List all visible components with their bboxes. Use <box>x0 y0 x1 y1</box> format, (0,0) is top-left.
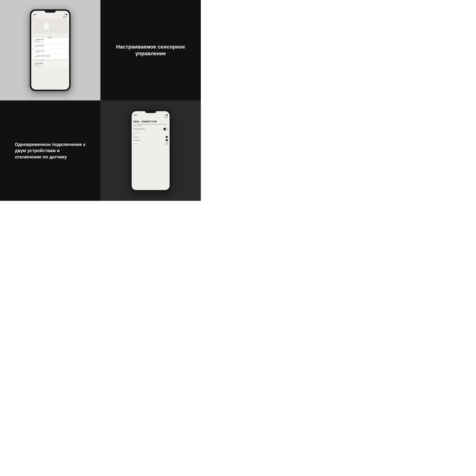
earbud-right-body <box>51 22 56 30</box>
gesture-single-pinch: SINGLE PINCH <box>34 62 67 64</box>
signal-icon-1: ▲◀ <box>64 14 66 15</box>
control-item-pinch-hold[interactable]: PINCH & HOLD Noise control › <box>32 49 68 54</box>
battery-icon-1: ▓ <box>66 14 67 15</box>
control-list: DOUBLE PINCH Skip forwardDecline incomin… <box>31 38 69 90</box>
quadrant-dual-connection: 10:25 ▲◀ ▓ ← EDIT DUAL CONNECTION You ca… <box>101 101 201 201</box>
earbud-right <box>51 22 56 30</box>
action-pinch-hold: Noise control <box>34 52 66 53</box>
phone-notch <box>45 11 56 13</box>
device-name-desktop: Desktop <box>134 143 137 144</box>
my-devices-label: MY DEVICES <box>134 132 168 133</box>
control-item-double-pinch[interactable]: DOUBLE PINCH Skip forwardDecline incomin… <box>32 38 68 44</box>
time-1: 10:25 <box>33 14 36 15</box>
time-2: 10:25 <box>134 114 137 116</box>
back-button-1[interactable]: ← <box>33 16 35 18</box>
devices-count: 2/2 <box>134 134 168 135</box>
earbud-right-tip <box>53 29 55 32</box>
in-ear-detection-row: IN-EAR DETECTION <box>134 128 168 130</box>
earbud-left-body <box>44 22 49 30</box>
device-checkbox-desktop[interactable] <box>166 142 168 144</box>
reset-button[interactable]: RESET <box>63 16 67 17</box>
divider-1 <box>134 131 168 132</box>
edit-button[interactable]: EDIT <box>165 117 168 118</box>
device-checkbox-phone[interactable] <box>166 136 168 138</box>
phone-notch-2 <box>145 111 156 113</box>
gesture-pinch-hold: PINCH & HOLD <box>34 50 66 52</box>
status-bar-1: 10:25 ▲◀ ▓ <box>31 13 69 16</box>
action-double-pinch: Skip forwardDecline incoming call <box>34 40 66 43</box>
dual-connection-description: You can connect up to 2 devices with you… <box>134 124 168 126</box>
action-triple-pinch: Skip back <box>34 46 66 48</box>
phone-1-screen: 10:25 ▲◀ ▓ ← RESET <box>31 11 69 90</box>
phone-nav-1: ← RESET <box>31 16 69 18</box>
control-item-double-pinch-hold[interactable]: DOUBLE PINCH & HOLD No action › <box>32 54 68 59</box>
phone-2-screen: 10:25 ▲◀ ▓ ← EDIT DUAL CONNECTION You ca… <box>132 111 170 190</box>
feature-title-touch: Настраиваемое сенсорное управление <box>113 44 188 57</box>
earbud-left-tip <box>46 29 48 32</box>
phone-2: 10:25 ▲◀ ▓ ← EDIT DUAL CONNECTION You ca… <box>130 110 171 191</box>
earbud-left <box>44 22 49 30</box>
arrow-double-pinch-hold: › <box>66 56 67 57</box>
feature-title-dual: Одновременное подключение к двум устройс… <box>15 141 85 160</box>
in-ear-toggle[interactable] <box>163 128 168 130</box>
device-row-phone[interactable]: Phone (2) <box>134 136 168 139</box>
phone-nav-2: ← EDIT <box>132 116 170 119</box>
not-customisable-label: NOT CUSTOMISABLE <box>32 59 68 61</box>
device-checkbox-macbook[interactable] <box>166 139 168 141</box>
quadrant-dual-title: Одновременное подключение к двум устройс… <box>0 101 101 201</box>
arrow-pinch-hold: › <box>66 51 67 52</box>
arrow-triple-pinch: › <box>66 46 67 47</box>
action-double-pinch-hold: No action <box>34 56 66 58</box>
signal-icon-2: ▲◀ <box>164 114 166 116</box>
battery-icon-2: ▓ <box>167 114 168 116</box>
status-bar-2: 10:25 ▲◀ ▓ <box>132 113 170 116</box>
earbuds-illustration <box>33 18 68 34</box>
in-ear-detection-label: IN-EAR DETECTION <box>134 128 145 130</box>
arrow-double-pinch: › <box>66 40 67 42</box>
quadrant-touch-control: 10:25 ▲◀ ▓ ← RESET <box>0 0 101 101</box>
status-icons-2: ▲◀ ▓ <box>164 114 168 116</box>
device-name-macbook: Macbook Pro <box>134 140 140 141</box>
phone-1: 10:25 ▲◀ ▓ ← RESET <box>30 9 71 91</box>
control-item-single-pinch: SINGLE PINCH Play / PauseAnswer / Hang u… <box>32 61 68 68</box>
device-row-desktop: Desktop <box>134 142 168 145</box>
control-item-triple-pinch[interactable]: TRIPLE PINCH Skip back › <box>32 44 68 49</box>
device-name-phone: Phone (2) <box>134 136 138 137</box>
dual-connection-content: DUAL CONNECTION You can connect up to 2 … <box>132 119 170 190</box>
action-single-pinch: Play / PauseAnswer / Hang up calls <box>34 64 67 67</box>
status-icons-1: ▲◀ ▓ <box>64 14 67 15</box>
quadrant-feature-title: Настраиваемое сенсорное управление <box>101 0 201 101</box>
back-button-2[interactable]: ← <box>134 116 135 118</box>
dual-connection-title: DUAL CONNECTION <box>134 120 168 123</box>
earbud-label: LEFT <box>31 37 69 38</box>
device-row-macbook[interactable]: Macbook Pro <box>134 139 168 142</box>
